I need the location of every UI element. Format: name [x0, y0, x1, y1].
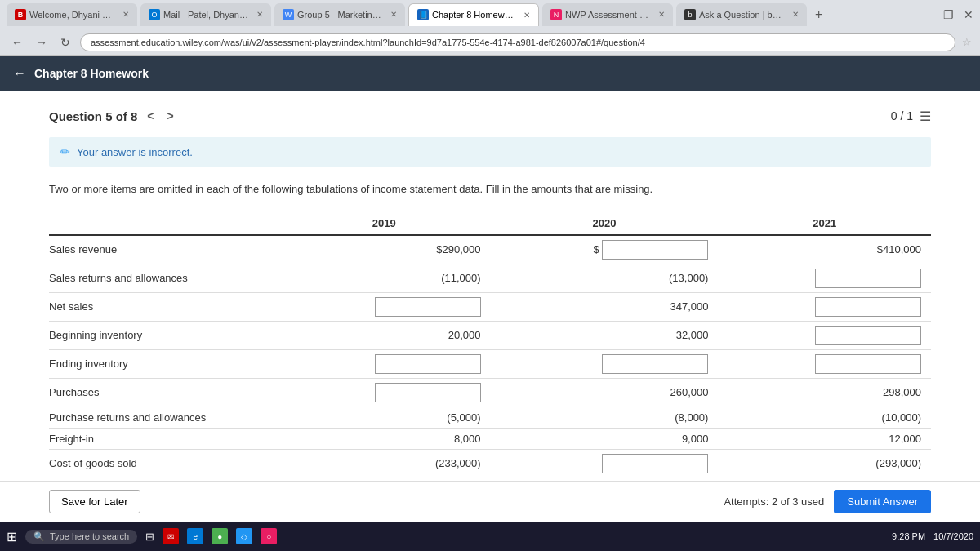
val-2019-purchases — [278, 378, 491, 407]
back-nav-arrow[interactable]: ← — [13, 66, 26, 81]
taskbar-app-other[interactable]: ○ — [261, 528, 277, 544]
val-2019-net-sales — [278, 292, 491, 321]
score-display: 0 / 1 ☰ — [891, 109, 931, 124]
val-2021-net-sales — [718, 292, 931, 321]
question-nav: Question 5 of 8 < > — [49, 108, 177, 124]
tab-group5[interactable]: W Group 5 - Marketing Case W ✕ — [274, 3, 405, 26]
task-view-button[interactable]: ⊟ — [145, 531, 154, 543]
tab-mail[interactable]: O Mail - Patel, Dhyani - Outloo ✕ — [140, 3, 271, 26]
input-2019-net-sales[interactable] — [375, 297, 481, 317]
val-2020-sales-returns: (13,000) — [491, 264, 719, 292]
val-2021-sales-returns — [718, 264, 931, 292]
save-later-button[interactable]: Save for Later — [49, 490, 140, 513]
bookmark-star[interactable]: ☆ — [962, 36, 972, 48]
label-sales-revenue: Sales revenue — [49, 235, 278, 264]
val-2020-net-sales: 347,000 — [491, 292, 719, 321]
list-icon[interactable]: ☰ — [920, 109, 931, 124]
val-2019-beginning-inventory: 20,000 — [278, 321, 491, 349]
col-header-2021: 2021 — [718, 212, 931, 235]
incorrect-text: Your answer is incorrect. — [77, 146, 193, 158]
row-freight-in: Freight-in 8,000 9,000 12,000 — [49, 428, 931, 449]
label-purchases: Purchases — [49, 378, 278, 407]
refresh-button[interactable]: ↻ — [57, 34, 74, 51]
val-2020-ending-inventory — [491, 349, 719, 378]
col-header-2019: 2019 — [278, 212, 491, 235]
val-2019-sales-revenue: $290,000 — [278, 235, 491, 264]
label-sales-returns: Sales returns and allowances — [49, 264, 278, 292]
new-tab-button[interactable]: + — [815, 7, 822, 22]
val-2019-freight-in: 8,000 — [278, 428, 491, 449]
col-header-2020: 2020 — [491, 212, 719, 235]
income-statement-table: 2019 2020 2021 Sales revenue $290,000 $ … — [49, 212, 931, 482]
browser-tab-bar: B Welcome, Dhyani – Blackboa ✕ O Mail - … — [0, 0, 980, 29]
val-2021-purchases: 298,000 — [718, 378, 931, 407]
forward-button[interactable]: → — [33, 34, 51, 51]
search-icon: 🔍 — [33, 531, 45, 542]
address-bar: ← → ↻ ☆ — [0, 29, 980, 56]
row-sales-revenue: Sales revenue $290,000 $ $410,000 — [49, 235, 931, 264]
input-2021-net-sales[interactable] — [815, 297, 921, 317]
input-2020-cogs[interactable] — [602, 454, 708, 473]
question-label: Question 5 of 8 — [49, 109, 137, 123]
input-2021-beginning-inventory[interactable] — [815, 326, 921, 345]
taskbar-time: 9:28 PM — [892, 531, 925, 541]
val-2020-purchases: 260,000 — [491, 378, 719, 407]
label-purchase-returns: Purchase returns and allowances — [49, 407, 278, 428]
label-ending-inventory: Ending inventory — [49, 349, 278, 378]
taskbar-app-edge[interactable]: e — [187, 528, 203, 544]
start-button[interactable]: ⊞ — [7, 529, 17, 544]
tab-nwp[interactable]: N NWP Assessment Player UI A ✕ — [542, 3, 673, 26]
row-net-sales: Net sales 347,000 — [49, 292, 931, 321]
val-2020-freight-in: 9,000 — [491, 428, 719, 449]
val-2020-purchase-returns: (8,000) — [491, 407, 719, 428]
tab-chapter8[interactable]: 📘 Chapter 8 Homework - FINA ✕ — [408, 3, 539, 26]
input-2019-ending-inventory[interactable] — [375, 354, 481, 374]
pencil-icon: ✏ — [60, 145, 70, 158]
url-input[interactable] — [80, 33, 956, 51]
search-placeholder: Type here to search — [50, 531, 129, 541]
minimize-button[interactable]: — — [922, 8, 933, 21]
main-content: Question 5 of 8 < > 0 / 1 ☰ ✏ Your answe… — [0, 91, 980, 481]
label-cogs: Cost of goods sold — [49, 449, 278, 478]
prev-question-button[interactable]: < — [144, 108, 157, 124]
taskbar-app-dropbox[interactable]: ◇ — [236, 528, 252, 544]
input-2020-ending-inventory[interactable] — [602, 354, 708, 374]
app-header: ← Chapter 8 Homework — [0, 56, 980, 91]
val-2021-cogs: (293,000) — [718, 449, 931, 478]
label-beginning-inventory: Beginning inventory — [49, 321, 278, 349]
tab-blackboard[interactable]: B Welcome, Dhyani – Blackboa ✕ — [7, 3, 137, 26]
val-2021-sales-revenue: $410,000 — [718, 235, 931, 264]
score-value: 0 / 1 — [891, 109, 913, 122]
tab-bartleby[interactable]: b Ask a Question | bartleby ✕ — [676, 3, 807, 26]
back-button[interactable]: ← — [8, 34, 26, 51]
row-ending-inventory: Ending inventory — [49, 349, 931, 378]
attempts-text: Attempts: 2 of 3 used — [724, 495, 824, 508]
footer-bar: Save for Later Attempts: 2 of 3 used Sub… — [0, 481, 980, 522]
taskbar-date: 10/7/2020 — [933, 531, 973, 541]
val-2021-purchase-returns: (10,000) — [718, 407, 931, 428]
row-sales-returns: Sales returns and allowances (11,000) (1… — [49, 264, 931, 292]
app-title: Chapter 8 Homework — [34, 67, 149, 80]
val-2021-ending-inventory — [718, 349, 931, 378]
next-question-button[interactable]: > — [164, 108, 177, 124]
row-purchases: Purchases 260,000 298,000 — [49, 378, 931, 407]
restore-button[interactable]: ❐ — [943, 8, 954, 21]
close-button[interactable]: ✕ — [964, 8, 973, 21]
submit-answer-button[interactable]: Submit Answer — [834, 490, 931, 513]
input-2020-sales-revenue[interactable] — [602, 240, 708, 260]
val-2019-ending-inventory — [278, 349, 491, 378]
taskbar-right: 9:28 PM 10/7/2020 — [892, 531, 973, 541]
input-2019-purchases[interactable] — [375, 383, 481, 402]
val-2021-freight-in: 12,000 — [718, 428, 931, 449]
taskbar-app-mail[interactable]: ✉ — [163, 528, 179, 544]
val-2019-sales-returns: (11,000) — [278, 264, 491, 292]
input-2021-sales-returns[interactable] — [815, 269, 921, 288]
input-2021-ending-inventory[interactable] — [815, 354, 921, 374]
taskbar-app-chrome[interactable]: ● — [212, 528, 228, 544]
val-2020-cogs — [491, 449, 719, 478]
val-2019-cogs: (233,000) — [278, 449, 491, 478]
row-beginning-inventory: Beginning inventory 20,000 32,000 — [49, 321, 931, 349]
val-2020-beginning-inventory: 32,000 — [491, 321, 719, 349]
row-purchase-returns: Purchase returns and allowances (5,000) … — [49, 407, 931, 428]
taskbar-search[interactable]: 🔍 Type here to search — [25, 530, 137, 544]
